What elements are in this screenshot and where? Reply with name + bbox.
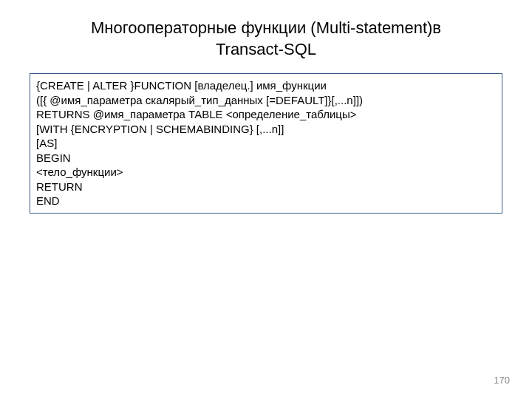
page-number: 170 xyxy=(494,375,510,386)
code-line: <тело_функции> xyxy=(36,165,496,180)
code-line: BEGIN xyxy=(36,151,496,166)
code-line: ([{ @имя_параметра скалярый_тип_данных [… xyxy=(36,93,496,108)
code-line: RETURNS @имя_параметра TABLE <определени… xyxy=(36,107,496,122)
code-line: [AS] xyxy=(36,136,496,151)
title-line-2: Transact-SQL xyxy=(216,40,316,58)
code-line: RETURN xyxy=(36,180,496,194)
code-line: END xyxy=(36,194,496,208)
code-line: [WITH {ENCRYPTION | SCHEMABINDING} [,...… xyxy=(36,122,496,137)
title-line-1: Многооператорные функции (Multi-statemen… xyxy=(91,18,441,37)
code-line: {CREATE | ALTER }FUNCTION [владелец.] им… xyxy=(36,78,496,93)
slide-title: Многооператорные функции (Multi-statemen… xyxy=(0,0,532,60)
syntax-box: {CREATE | ALTER }FUNCTION [владелец.] им… xyxy=(30,73,502,214)
